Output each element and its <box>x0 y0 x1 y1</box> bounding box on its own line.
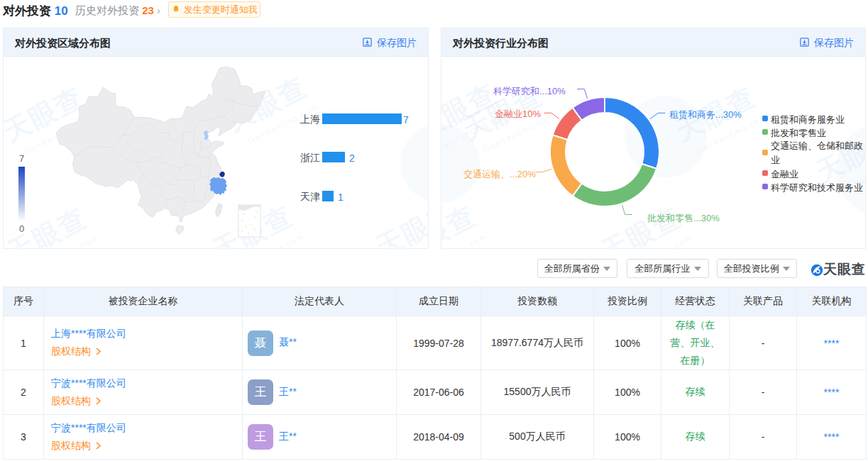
svg-text:0: 0 <box>19 223 24 234</box>
svg-text:7: 7 <box>19 153 24 164</box>
